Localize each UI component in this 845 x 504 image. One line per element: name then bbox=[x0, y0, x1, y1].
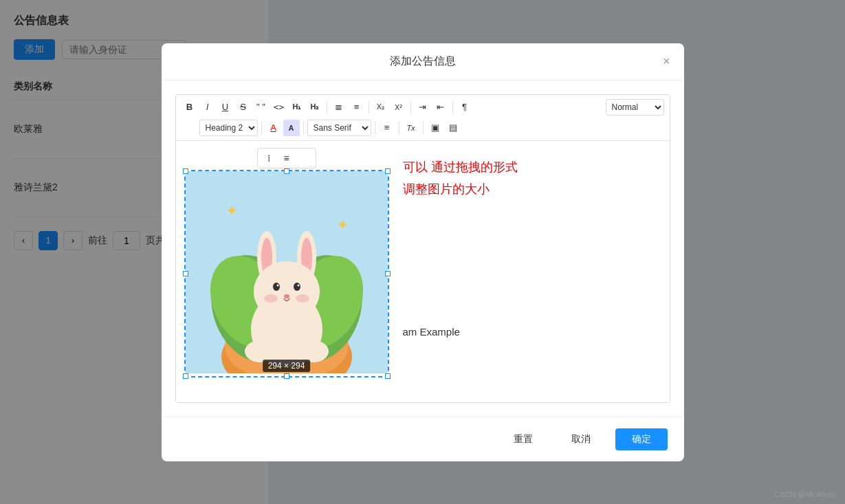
font-color-button[interactable]: A bbox=[265, 120, 282, 136]
insert-video-button[interactable]: ▤ bbox=[445, 120, 461, 136]
svg-point-20 bbox=[297, 284, 299, 286]
modal-body: B I U S " " <> H₁ H₂ ≣ ≡ X₂ X² bbox=[162, 80, 684, 417]
toolbar-sep-4 bbox=[452, 101, 453, 113]
image-wrapper[interactable]: ✦ ✦ + ✦ bbox=[184, 170, 389, 377]
align-center-icon[interactable]: ≡ bbox=[278, 150, 295, 166]
svg-point-21 bbox=[284, 294, 289, 298]
indent-left-button[interactable]: ⇤ bbox=[432, 99, 449, 116]
confirm-button[interactable]: 确定 bbox=[615, 428, 668, 450]
image-align-toolbar: ⁞ ≡ bbox=[257, 148, 316, 168]
heading2-select[interactable]: Heading 2 Heading 1 Heading 3 bbox=[199, 120, 258, 136]
editor-content[interactable]: ⁞ ≡ ✦ ✦ + bbox=[176, 141, 670, 402]
editor-sample-text: am Example bbox=[403, 324, 661, 340]
resize-handle-tm[interactable] bbox=[284, 168, 289, 174]
resize-handle-tl[interactable] bbox=[183, 168, 188, 174]
underline-button[interactable]: U bbox=[217, 99, 234, 116]
superscript-button[interactable]: X² bbox=[391, 99, 407, 116]
svg-point-17 bbox=[273, 283, 280, 291]
strikethrough-button[interactable]: S bbox=[235, 99, 252, 116]
ordered-list-button[interactable]: ≣ bbox=[331, 99, 347, 116]
cancel-button[interactable]: 取消 bbox=[558, 429, 604, 450]
resize-handle-mr[interactable] bbox=[385, 271, 391, 276]
toolbar-row-1: B I U S " " <> H₁ H₂ ≣ ≡ X₂ X² bbox=[182, 99, 664, 116]
svg-point-16 bbox=[254, 261, 320, 322]
svg-point-19 bbox=[276, 284, 278, 286]
svg-text:✦: ✦ bbox=[337, 217, 349, 232]
svg-text:✦: ✦ bbox=[226, 202, 238, 219]
toolbar-sep-8 bbox=[399, 122, 399, 134]
modal-footer: 重置 取消 确定 bbox=[162, 417, 684, 461]
modal-title: 添加公告信息 bbox=[390, 54, 456, 69]
subscript-button[interactable]: X₂ bbox=[373, 99, 389, 116]
toolbar-row-2: Heading 2 Heading 1 Heading 3 A A Sans S… bbox=[182, 120, 664, 136]
font-family-select[interactable]: Sans Serif Serif Monospace bbox=[307, 120, 371, 136]
modal-close-button[interactable]: × bbox=[663, 54, 670, 69]
reset-button[interactable]: 重置 bbox=[500, 429, 547, 450]
editor-image: ✦ ✦ + ✦ bbox=[186, 171, 388, 373]
clear-format-button[interactable]: Tx bbox=[403, 120, 419, 136]
unordered-list-button[interactable]: ≡ bbox=[349, 99, 365, 116]
bold-button[interactable]: B bbox=[182, 99, 198, 116]
rtl-button[interactable]: ¶ bbox=[457, 99, 473, 116]
resize-handle-ml[interactable] bbox=[183, 271, 188, 276]
toolbar-sep-6 bbox=[303, 122, 304, 134]
resize-handle-bm[interactable] bbox=[284, 373, 289, 379]
editor-text-content: 可以 通过拖拽的形式调整图片的大小 am Example bbox=[403, 149, 661, 341]
normal-select[interactable]: Normal Heading 1 Heading 2 Heading 3 bbox=[606, 99, 664, 116]
toolbar-sep-9 bbox=[423, 122, 424, 134]
svg-point-18 bbox=[294, 283, 300, 291]
modal-dialog: 添加公告信息 × B I U S " " <> H₁ H₂ bbox=[162, 43, 684, 461]
h2-button[interactable]: H₂ bbox=[307, 99, 323, 116]
align-left-icon[interactable]: ⁞ bbox=[261, 150, 277, 166]
toolbar-sep-7 bbox=[375, 122, 375, 134]
font-highlight-button[interactable]: A bbox=[283, 120, 300, 136]
editor-annotation-text: 可以 通过拖拽的形式调整图片的大小 bbox=[403, 160, 518, 196]
editor-toolbar: B I U S " " <> H₁ H₂ ≣ ≡ X₂ X² bbox=[176, 95, 670, 141]
resize-handle-bl[interactable] bbox=[183, 373, 188, 379]
editor-container: B I U S " " <> H₁ H₂ ≣ ≡ X₂ X² bbox=[175, 94, 670, 403]
italic-button[interactable]: I bbox=[199, 99, 216, 116]
svg-point-22 bbox=[264, 294, 278, 303]
resize-handle-br[interactable] bbox=[385, 373, 391, 379]
watermark: CSDN @Mr.Aholic bbox=[774, 490, 837, 498]
align-center-button[interactable]: ≡ bbox=[379, 120, 395, 136]
h1-button[interactable]: H₁ bbox=[289, 99, 305, 116]
modal-header: 添加公告信息 × bbox=[162, 43, 684, 80]
align-right-icon[interactable] bbox=[296, 150, 313, 166]
code-button[interactable]: <> bbox=[271, 99, 287, 116]
image-block[interactable]: ⁞ ≡ ✦ ✦ + bbox=[184, 170, 389, 377]
indent-right-button[interactable]: ⇥ bbox=[415, 99, 431, 116]
insert-image-button[interactable]: ▣ bbox=[427, 120, 443, 136]
resize-handle-tr[interactable] bbox=[385, 168, 391, 174]
toolbar-sep-5 bbox=[261, 122, 262, 134]
toolbar-sep-3 bbox=[410, 101, 411, 113]
quote-button[interactable]: " " bbox=[253, 99, 270, 116]
toolbar-sep-2 bbox=[369, 101, 369, 113]
modal-overlay: 添加公告信息 × B I U S " " <> H₁ H₂ bbox=[0, 0, 845, 504]
svg-point-23 bbox=[296, 294, 309, 303]
toolbar-sep-1 bbox=[327, 101, 327, 113]
image-size-badge: 294 × 294 bbox=[263, 360, 311, 372]
